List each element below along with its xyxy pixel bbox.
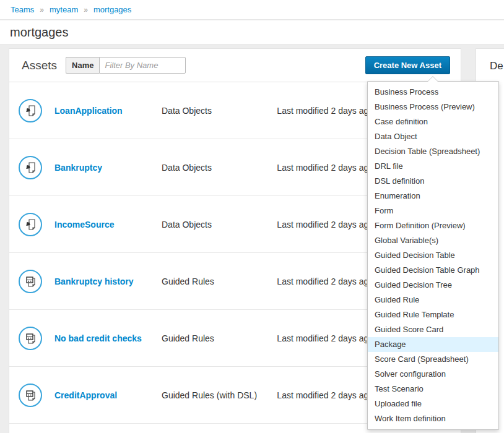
assets-panel-header: Assets Name Create New Asset [9,49,461,82]
breadcrumb-separator: » [40,6,44,14]
menu-item-form[interactable]: Form [368,204,498,218]
menu-item-dsl-definition[interactable]: DSL definition [368,174,498,189]
guided-rule-file-icon [19,270,42,293]
asset-link[interactable]: Bankruptcy [54,163,162,173]
breadcrumb-link-myteam[interactable]: myteam [50,5,78,14]
breadcrumb-link-mortgages[interactable]: mortgages [93,5,131,14]
menu-item-business-process[interactable]: Business Process [368,85,498,100]
menu-item-enumeration[interactable]: Enumeration [368,189,498,204]
asset-last-modified: Last modified 2 days ago [277,106,373,116]
asset-last-modified: Last modified 2 days ago [277,390,373,400]
menu-item-business-process-preview[interactable]: Business Process (Preview) [368,100,498,114]
filter-group: Name [66,57,186,74]
menu-item-guided-decision-table[interactable]: Guided Decision Table [368,248,498,263]
page-title: mortgages [10,25,69,40]
menu-item-guided-rule[interactable]: Guided Rule [368,293,498,307]
data-object-file-icon [19,213,42,236]
menu-item-score-card-spreadsheet[interactable]: Score Card (Spreadsheet) [368,352,498,367]
menu-item-uploaded-file[interactable]: Uploaded file [368,397,498,411]
menu-item-data-object[interactable]: Data Object [368,129,498,144]
asset-link[interactable]: CreditApproval [54,390,162,400]
asset-type: Data Objects [162,163,277,173]
menu-item-drl-file[interactable]: DRL file [368,159,498,174]
menu-item-form-definition-preview[interactable]: Form Definition (Preview) [368,218,498,233]
filter-name-label: Name [66,57,99,74]
asset-link[interactable]: LoanApplication [54,106,162,116]
guided-rule-file-icon [19,327,42,350]
details-panel-title: De [490,60,504,72]
menu-item-decision-table-spreadsheet[interactable]: Decision Table (Spreadsheet) [368,144,498,159]
menu-item-solver-configuration[interactable]: Solver configuration [368,367,498,382]
create-new-asset-button[interactable]: Create New Asset [365,56,450,74]
filter-by-name-input[interactable] [99,57,186,74]
breadcrumb: Teams » myteam » mortgages [0,0,504,20]
menu-item-test-scenario[interactable]: Test Scenario [368,382,498,397]
breadcrumb-separator: » [84,6,88,14]
assets-panel-title: Assets [22,59,57,72]
page-title-bar: mortgages [0,20,504,45]
dropdown-caret-icon [427,77,438,82]
menu-item-guided-rule-template[interactable]: Guided Rule Template [368,307,498,322]
asset-link[interactable]: IncomeSource [54,220,162,229]
menu-item-work-item-definition[interactable]: Work Item definition [368,411,498,426]
asset-link[interactable]: Bankruptcy history [54,277,162,286]
asset-last-modified: Last modified 2 days ago [277,163,373,173]
menu-item-guided-decision-table-graph[interactable]: Guided Decision Table Graph [368,263,498,278]
asset-type: Data Objects [162,106,277,116]
menu-item-global-variables[interactable]: Global Variable(s) [368,233,498,248]
data-object-file-icon [19,99,42,122]
asset-link[interactable]: No bad credit checks [54,333,162,343]
asset-type: Guided Rules [162,333,277,343]
menu-item-case-definition[interactable]: Case definition [368,114,498,129]
asset-type: Guided Rules (with DSL) [162,390,277,400]
menu-item-guided-decision-tree[interactable]: Guided Decision Tree [368,278,498,293]
menu-item-guided-score-card[interactable]: Guided Score Card [368,322,498,337]
asset-last-modified: Last modified 2 days ago [277,333,373,343]
asset-last-modified: Last modified 2 days ago [277,220,373,229]
asset-type: Data Objects [162,220,277,229]
breadcrumb-link-teams[interactable]: Teams [11,5,34,14]
menu-item-package[interactable]: Package [368,337,498,352]
create-new-asset-menu: Business Process Business Process (Previ… [367,81,499,430]
asset-last-modified: Last modified 2 days ago [277,277,373,286]
guided-rule-file-icon [19,384,42,407]
asset-type: Guided Rules [162,277,277,286]
data-object-file-icon [19,156,42,179]
